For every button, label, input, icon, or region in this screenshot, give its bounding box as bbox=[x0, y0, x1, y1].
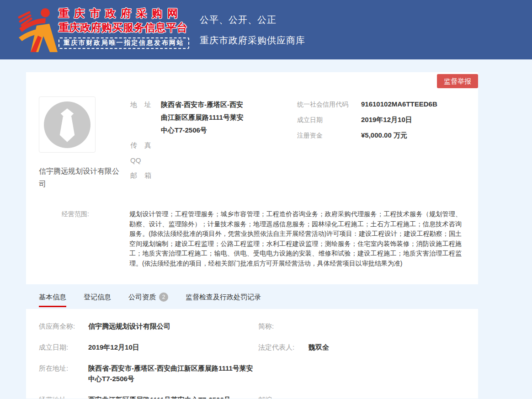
info-cell: 所在地址: 陕西省-西安市-雁塔区-西安曲江新区雁展路1111号莱安中心T7-2… bbox=[39, 363, 258, 384]
info-row-fullname: 供应商全称: 信宇腾远规划设计有限公司 简称: bbox=[39, 321, 465, 331]
business-scope-label: 经营范围: bbox=[62, 209, 129, 268]
field-label: 统一社会信用代码 bbox=[297, 99, 361, 109]
field-label: 注册资金 bbox=[297, 130, 361, 140]
tab-registration-info[interactable]: 登记信息 bbox=[84, 293, 111, 307]
registry-row-credit-code: 统一社会信用代码 91610102MA6TTEED6B bbox=[297, 99, 437, 109]
info-cell: 简称: bbox=[258, 321, 309, 331]
avatar bbox=[39, 96, 96, 153]
field-label: 法定代表人: bbox=[258, 342, 309, 352]
field-value: ¥5,000.00 万元 bbox=[361, 130, 407, 140]
registry-row-founded-date: 成立日期 2019年12月10日 bbox=[297, 115, 437, 125]
tab-label: 基本信息 bbox=[39, 293, 66, 302]
info-row-founded: 成立日期: 2019年12月10日 法定代表人: 魏双全 bbox=[39, 342, 465, 352]
field-label: 所在地址: bbox=[39, 363, 88, 384]
tab-label: 公司资质 bbox=[128, 293, 156, 302]
tab-label: 监督检查及行政处罚记录 bbox=[186, 293, 261, 302]
field-value: 2019年12月10日 bbox=[88, 342, 139, 352]
field-label: 传真 bbox=[130, 139, 151, 152]
tab-label: 登记信息 bbox=[84, 293, 111, 302]
field-label: 经营地址: bbox=[39, 394, 88, 399]
info-cell: 法定代表人: 魏双全 bbox=[258, 342, 329, 352]
site-title-line2: 重庆政府购买服务信息平台 bbox=[59, 21, 189, 34]
field-value: 信宇腾远规划设计有限公司 bbox=[88, 321, 170, 331]
contact-row-email: 邮箱 bbox=[130, 169, 249, 182]
field-label: 地址 bbox=[130, 98, 151, 137]
tie-icon bbox=[44, 101, 90, 148]
field-value bbox=[161, 169, 249, 182]
contact-row-fax: 传真 bbox=[130, 139, 249, 152]
tab-supervision-records[interactable]: 监督检查及行政处罚记录 bbox=[186, 293, 261, 307]
page-content: 监督举报 信宇腾远规划设计有限公司 地址 陕西省-西安市-雁塔区-西安曲江新区雁… bbox=[0, 72, 532, 399]
contact-fields: 地址 陕西省-西安市-雁塔区-西安曲江新区雁展路1111号莱安中心T7-2506… bbox=[130, 98, 249, 184]
info-row-location: 所在地址: 陕西省-西安市-雁塔区-西安曲江新区雁展路1111号莱安中心T7-2… bbox=[39, 363, 465, 384]
tab-basic-info[interactable]: 基本信息 bbox=[39, 293, 66, 307]
field-value bbox=[161, 139, 249, 152]
contact-row-address: 地址 陕西省-西安市-雁塔区-西安曲江新区雁展路1111号莱安中心T7-2506… bbox=[130, 98, 249, 137]
field-value: 陕西省-西安市-雁塔区-西安曲江新区雁展路1111号莱安中心T7-2506号 bbox=[88, 363, 255, 384]
tab-company-qualifications[interactable]: 公司资质 2 bbox=[128, 293, 168, 307]
avatar-circle bbox=[44, 101, 90, 148]
page-title: 重庆市政府采购供应商库 bbox=[200, 35, 305, 46]
field-value bbox=[161, 154, 249, 167]
field-label: 邮箱 bbox=[130, 169, 151, 182]
contact-row-qq: QQ bbox=[130, 154, 249, 167]
business-scope-text: 规划设计管理；工程管理服务；城乡市容管理；工程造价咨询业务；政府采购代理服务；工… bbox=[129, 209, 462, 268]
report-button[interactable]: 监督举报 bbox=[437, 74, 478, 88]
info-cell: 供应商全称: 信宇腾远规划设计有限公司 bbox=[39, 321, 258, 331]
site-title-line1: 重庆市政府采购网 bbox=[59, 6, 189, 20]
header-right-block: 公平、公开、公正 重庆市政府采购供应商库 bbox=[200, 14, 305, 46]
site-header: 重庆市政府采购网 重庆政府购买服务信息平台 重庆市财政局唯一指定信息发布网站 公… bbox=[0, 0, 532, 59]
site-logo-icon bbox=[17, 4, 59, 55]
field-label: QQ bbox=[130, 154, 151, 167]
field-label: 成立日期: bbox=[39, 342, 88, 352]
registry-row-registered-capital: 注册资金 ¥5,000.00 万元 bbox=[297, 130, 437, 140]
info-cell: 经营地址: 西安曲江新区雁展路1111号莱安中心T7-2506号 bbox=[39, 394, 258, 399]
field-value: 91610102MA6TTEED6B bbox=[361, 99, 437, 109]
field-value: 陕西省-西安市-雁塔区-西安曲江新区雁展路1111号莱安中心T7-2506号 bbox=[161, 98, 249, 137]
header-slogan: 公平、公开、公正 bbox=[200, 14, 305, 25]
basic-info-card: 供应商全称: 信宇腾远规划设计有限公司 简称: 成立日期: 2019年12月10… bbox=[26, 309, 478, 399]
registry-fields: 统一社会信用代码 91610102MA6TTEED6B 成立日期 2019年12… bbox=[297, 99, 437, 146]
info-cell: 成立日期: 2019年12月10日 bbox=[39, 342, 258, 352]
field-value: 魏双全 bbox=[309, 342, 329, 352]
info-cell: 邮编: bbox=[258, 394, 309, 399]
field-label: 邮编: bbox=[258, 394, 309, 399]
tab-bar: 基本信息 登记信息 公司资质 2 监督检查及行政处罚记录 bbox=[26, 293, 478, 307]
field-label: 供应商全称: bbox=[39, 321, 88, 331]
field-label: 成立日期 bbox=[297, 115, 361, 125]
site-badge: 重庆市财政局唯一指定信息发布网站 bbox=[59, 37, 189, 49]
business-scope: 经营范围: 规划设计管理；工程管理服务；城乡市容管理；工程造价咨询业务；政府采购… bbox=[39, 209, 462, 268]
field-label: 简称: bbox=[258, 321, 309, 331]
qualification-count-badge: 2 bbox=[159, 293, 168, 302]
logo-text-block: 重庆市政府采购网 重庆政府购买服务信息平台 重庆市财政局唯一指定信息发布网站 bbox=[59, 6, 189, 49]
info-row-business-address: 经营地址: 西安曲江新区雁展路1111号莱安中心T7-2506号 邮编: bbox=[39, 394, 465, 399]
supplier-profile-card: 监督举报 信宇腾远规划设计有限公司 地址 陕西省-西安市-雁塔区-西安曲江新区雁… bbox=[26, 72, 478, 284]
company-name: 信宇腾远规划设计有限公司 bbox=[39, 165, 121, 191]
field-value: 西安曲江新区雁展路1111号莱安中心T7-2506号 bbox=[88, 394, 231, 399]
field-value: 2019年12月10日 bbox=[361, 115, 412, 125]
